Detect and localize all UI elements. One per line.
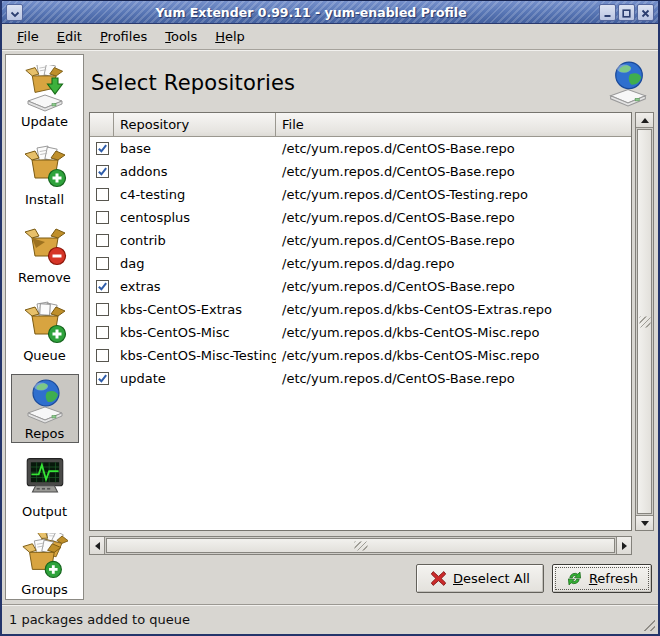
menu-file[interactable]: File [8, 26, 48, 47]
repo-checkbox[interactable] [96, 280, 109, 293]
repo-row[interactable]: addons/etc/yum.repos.d/CentOS-Base.repo [90, 160, 631, 183]
repo-name-cell: extras [114, 279, 276, 294]
chevron-down-icon [10, 3, 20, 22]
repo-row[interactable]: c4-testing/etc/yum.repos.d/CentOS-Testin… [90, 183, 631, 206]
repo-row[interactable]: contrib/etc/yum.repos.d/CentOS-Base.repo [90, 229, 631, 252]
arrow-down-icon [641, 521, 649, 526]
scroll-right-button[interactable] [616, 537, 631, 554]
repos-icon [22, 377, 68, 424]
minimize-button[interactable] [599, 4, 616, 21]
repo-checkbox[interactable] [96, 326, 109, 339]
repo-checkbox[interactable] [96, 188, 109, 201]
sidebar-item-queue[interactable]: Queue [11, 296, 79, 365]
repo-checkbox-cell [90, 165, 114, 178]
repo-file-cell: /etc/yum.repos.d/CentOS-Base.repo [276, 233, 631, 248]
repo-name-cell: contrib [114, 233, 276, 248]
horizontal-scrollbar-thumb[interactable] [106, 538, 615, 553]
repo-row[interactable]: dag/etc/yum.repos.d/dag.repo [90, 252, 631, 275]
repo-checkbox[interactable] [96, 257, 109, 270]
sidebar-item-label: Update [21, 114, 68, 129]
sidebar-item-label: Output [22, 504, 67, 519]
refresh-button[interactable]: Refresh [552, 564, 652, 593]
sidebar-item-label: Groups [21, 582, 67, 597]
sidebar-item-output[interactable]: Output [11, 452, 79, 521]
menu-profiles[interactable]: Profiles [91, 26, 156, 47]
repo-checkbox-cell [90, 326, 114, 339]
vertical-scrollbar[interactable] [635, 112, 654, 531]
repo-name-cell: addons [114, 164, 276, 179]
sidebar-item-update[interactable]: Update [11, 62, 79, 131]
repo-name-cell: kbs-CentOS-Extras [114, 302, 276, 317]
repo-checkbox[interactable] [96, 349, 109, 362]
repo-checkbox[interactable] [96, 372, 109, 385]
window-title: Yum Extender 0.99.11 - yum-enabled Profi… [23, 5, 599, 20]
scroll-left-button[interactable] [90, 537, 105, 554]
statusbar: 1 packages added to queue [2, 604, 658, 634]
scroll-down-button[interactable] [636, 515, 653, 530]
install-icon [22, 143, 68, 190]
repo-checkbox-cell [90, 280, 114, 293]
window-menu-button[interactable] [6, 4, 23, 21]
sidebar-item-install[interactable]: Install [11, 140, 79, 209]
repo-name-cell: base [114, 141, 276, 156]
repo-checkbox-cell [90, 257, 114, 270]
repo-checkbox-cell [90, 188, 114, 201]
minimize-icon [603, 3, 612, 22]
column-header-checkbox[interactable] [90, 113, 114, 137]
maximize-icon [622, 3, 631, 22]
close-button[interactable] [637, 4, 654, 21]
maximize-button[interactable] [618, 4, 635, 21]
column-header-file[interactable]: File [276, 113, 631, 137]
repo-checkbox[interactable] [96, 211, 109, 224]
button-label: Refresh [589, 571, 638, 586]
repo-file-cell: /etc/yum.repos.d/kbs-CentOS-Misc.repo [276, 325, 631, 340]
repo-checkbox[interactable] [96, 142, 109, 155]
resize-grip-icon[interactable] [641, 617, 655, 631]
menubar: FileEditProfilesToolsHelp [2, 24, 658, 50]
sidebar-item-label: Repos [25, 426, 64, 441]
repo-row[interactable]: extras/etc/yum.repos.d/CentOS-Base.repo [90, 275, 631, 298]
repo-row[interactable]: kbs-CentOS-Misc-Testing/etc/yum.repos.d/… [90, 344, 631, 367]
deselect-all-button[interactable]: Deselect All [416, 564, 544, 593]
repo-checkbox-cell [90, 349, 114, 362]
remove-icon [22, 221, 68, 268]
sidebar-item-groups[interactable]: Groups [11, 530, 79, 599]
repo-row[interactable]: update/etc/yum.repos.d/CentOS-Base.repo [90, 367, 631, 390]
page-title: Select Repositories [91, 71, 295, 95]
table-body: base/etc/yum.repos.d/CentOS-Base.repoadd… [90, 137, 631, 530]
repo-file-cell: /etc/yum.repos.d/dag.repo [276, 256, 631, 271]
scroll-up-button[interactable] [636, 113, 653, 128]
repo-file-cell: /etc/yum.repos.d/CentOS-Base.repo [276, 164, 631, 179]
queue-icon [22, 299, 68, 346]
menu-help[interactable]: Help [206, 26, 254, 47]
column-header-repository[interactable]: Repository [114, 113, 276, 137]
menu-tools[interactable]: Tools [156, 26, 206, 47]
sidebar-item-remove[interactable]: Remove [11, 218, 79, 287]
repo-checkbox-cell [90, 303, 114, 316]
repo-row[interactable]: kbs-CentOS-Extras/etc/yum.repos.d/kbs-Ce… [90, 298, 631, 321]
repo-row[interactable]: base/etc/yum.repos.d/CentOS-Base.repo [90, 137, 631, 160]
repo-checkbox-cell [90, 234, 114, 247]
arrow-left-icon [95, 542, 100, 550]
repo-checkbox-cell [90, 372, 114, 385]
repo-checkbox[interactable] [96, 165, 109, 178]
arrow-up-icon [641, 118, 649, 123]
titlebar[interactable]: Yum Extender 0.99.11 - yum-enabled Profi… [2, 0, 658, 24]
red-x-icon [430, 570, 447, 587]
main-panel: Select Repositories Repository File base… [89, 54, 654, 600]
sidebar-item-repos[interactable]: Repos [11, 374, 79, 443]
repo-file-cell: /etc/yum.repos.d/CentOS-Base.repo [276, 141, 631, 156]
scrollbar-corner-spacer [632, 536, 654, 555]
repo-file-cell: /etc/yum.repos.d/CentOS-Base.repo [276, 279, 631, 294]
repo-row[interactable]: centosplus/etc/yum.repos.d/CentOS-Base.r… [90, 206, 631, 229]
action-button-row: Deselect AllRefresh [89, 555, 654, 600]
repo-checkbox[interactable] [96, 303, 109, 316]
horizontal-scrollbar[interactable] [89, 536, 632, 555]
repo-checkbox-cell [90, 211, 114, 224]
repo-checkbox[interactable] [96, 234, 109, 247]
repository-table-zone: Repository File base/etc/yum.repos.d/Cen… [89, 112, 654, 531]
refresh-icon [566, 570, 583, 587]
repo-row[interactable]: kbs-CentOS-Misc/etc/yum.repos.d/kbs-Cent… [90, 321, 631, 344]
menu-edit[interactable]: Edit [48, 26, 91, 47]
vertical-scrollbar-thumb[interactable] [637, 129, 652, 514]
